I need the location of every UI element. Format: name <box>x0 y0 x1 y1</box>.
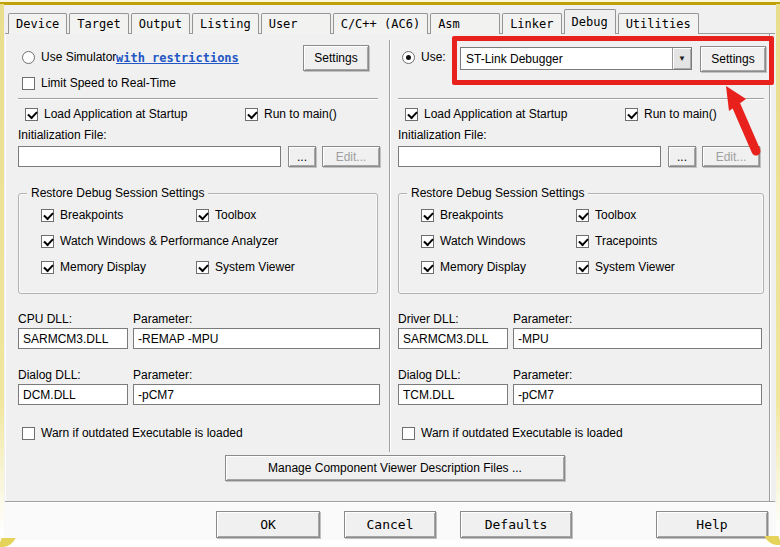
right-memory-display-checkbox[interactable]: Memory Display <box>421 260 526 274</box>
checkbox-box-icon <box>421 261 434 274</box>
left-browse-button[interactable]: ... <box>288 146 316 167</box>
debug-adapter-select[interactable]: ST-Link Debugger ▼ <box>460 47 692 70</box>
tab-ccpp-ac6[interactable]: C/C++ (AC6) <box>333 13 428 34</box>
right-toolbox-checkbox[interactable]: Toolbox <box>576 208 636 222</box>
dialog-footer-divider <box>5 501 775 503</box>
right-run-to-main-label: Run to main() <box>644 107 717 121</box>
left-dialog-dll-label: Dialog DLL: <box>18 368 81 382</box>
checkbox-box-icon <box>22 77 35 90</box>
left-edit-button[interactable]: Edit... <box>322 146 380 167</box>
right-session-group-title: Restore Debug Session Settings <box>407 186 588 200</box>
tab-page-right-border <box>769 33 771 501</box>
debug-adapter-selected-value: ST-Link Debugger <box>461 52 672 66</box>
left-memory-display-checkbox[interactable]: Memory Display <box>41 260 146 274</box>
defaults-button[interactable]: Defaults <box>460 511 572 538</box>
left-init-file-input[interactable] <box>18 146 281 167</box>
tab-target[interactable]: Target <box>69 13 128 34</box>
right-dialog-param-label: Parameter: <box>513 368 572 382</box>
right-load-app-checkbox[interactable]: Load Application at Startup <box>405 107 567 121</box>
ok-button[interactable]: OK <box>216 511 320 538</box>
right-watch-windows-label: Watch Windows <box>440 234 526 248</box>
left-watch-windows-label: Watch Windows & Performance Analyzer <box>60 234 278 248</box>
checkbox-box-icon <box>421 235 434 248</box>
right-breakpoints-checkbox[interactable]: Breakpoints <box>421 208 503 222</box>
right-system-viewer-label: System Viewer <box>595 260 675 274</box>
right-dialog-param-input[interactable] <box>513 384 762 405</box>
tab-device[interactable]: Device <box>8 13 67 34</box>
manage-component-viewer-button[interactable]: Manage Component Viewer Description File… <box>225 455 565 481</box>
checkbox-box-icon <box>576 235 589 248</box>
cpu-dll-label: CPU DLL: <box>18 312 72 326</box>
right-system-viewer-checkbox[interactable]: System Viewer <box>576 260 675 274</box>
left-init-file-label: Initialization File: <box>18 128 107 142</box>
left-system-viewer-checkbox[interactable]: System Viewer <box>196 260 295 274</box>
driver-dll-input[interactable] <box>398 328 508 349</box>
options-for-target-debug-dialog: Device Target Output Listing User C/C++ … <box>0 0 780 547</box>
simulator-settings-button[interactable]: Settings <box>303 45 369 71</box>
checkbox-box-icon <box>245 108 258 121</box>
right-session-groupbox: Restore Debug Session Settings Breakpoin… <box>398 193 764 294</box>
right-toolbox-label: Toolbox <box>595 208 636 222</box>
panel-divider <box>389 40 391 452</box>
right-init-file-input[interactable] <box>398 146 661 167</box>
left-dialog-param-input[interactable] <box>133 384 380 405</box>
checkbox-box-icon <box>576 261 589 274</box>
checkbox-box-icon <box>405 108 418 121</box>
radio-circle-icon <box>22 51 35 64</box>
left-toolbox-checkbox[interactable]: Toolbox <box>196 208 256 222</box>
tab-utilities[interactable]: Utilities <box>618 13 699 34</box>
left-dialog-dll-input[interactable] <box>18 384 128 405</box>
help-button[interactable]: Help <box>656 511 768 538</box>
tab-page-left-border <box>5 33 6 501</box>
cancel-button[interactable]: Cancel <box>344 511 436 538</box>
right-breakpoints-label: Breakpoints <box>440 208 503 222</box>
right-init-file-label: Initialization File: <box>398 128 487 142</box>
left-warn-outdated-checkbox[interactable]: Warn if outdated Executable is loaded <box>22 426 243 440</box>
tab-debug[interactable]: Debug <box>564 9 616 34</box>
tab-listing[interactable]: Listing <box>192 13 259 34</box>
tab-user[interactable]: User <box>261 13 331 34</box>
left-toolbox-label: Toolbox <box>215 208 256 222</box>
right-warn-outdated-label: Warn if outdated Executable is loaded <box>421 426 623 440</box>
right-memory-display-label: Memory Display <box>440 260 526 274</box>
checkbox-box-icon <box>22 427 35 440</box>
checkbox-box-icon <box>196 209 209 222</box>
use-simulator-radio[interactable]: Use Simulator <box>22 50 116 64</box>
left-load-app-checkbox[interactable]: Load Application at Startup <box>25 107 187 121</box>
limit-speed-label: Limit Speed to Real-Time <box>41 76 176 90</box>
checkbox-box-icon <box>625 108 638 121</box>
left-session-group-title: Restore Debug Session Settings <box>27 186 208 200</box>
left-system-viewer-label: System Viewer <box>215 260 295 274</box>
right-edit-button[interactable]: Edit... <box>702 146 760 167</box>
right-tracepoints-label: Tracepoints <box>595 234 657 248</box>
driver-param-input[interactable] <box>513 328 762 349</box>
right-tracepoints-checkbox[interactable]: Tracepoints <box>576 234 657 248</box>
left-watch-windows-checkbox[interactable]: Watch Windows & Performance Analyzer <box>41 234 278 248</box>
left-run-to-main-checkbox[interactable]: Run to main() <box>245 107 337 121</box>
checkbox-box-icon <box>41 209 54 222</box>
left-breakpoints-checkbox[interactable]: Breakpoints <box>41 208 123 222</box>
frame-corner-curl-right <box>764 536 780 545</box>
left-warn-outdated-label: Warn if outdated Executable is loaded <box>41 426 243 440</box>
with-restrictions-link[interactable]: with restrictions <box>116 51 239 65</box>
dropdown-arrow-icon[interactable]: ▼ <box>672 48 691 69</box>
driver-param-label: Parameter: <box>513 312 572 326</box>
driver-dll-label: Driver DLL: <box>398 312 459 326</box>
cpu-dll-input[interactable] <box>18 328 128 349</box>
right-watch-windows-checkbox[interactable]: Watch Windows <box>421 234 526 248</box>
frame-top-border <box>0 2 780 5</box>
right-browse-button[interactable]: ... <box>668 146 696 167</box>
right-run-to-main-checkbox[interactable]: Run to main() <box>625 107 717 121</box>
right-warn-outdated-checkbox[interactable]: Warn if outdated Executable is loaded <box>402 426 623 440</box>
right-dialog-dll-input[interactable] <box>398 384 508 405</box>
debugger-settings-button[interactable]: Settings <box>700 46 766 72</box>
cpu-param-input[interactable] <box>133 328 380 349</box>
right-load-app-label: Load Application at Startup <box>424 107 567 121</box>
limit-speed-checkbox[interactable]: Limit Speed to Real-Time <box>22 76 176 90</box>
tab-bar: Device Target Output Listing User C/C++ … <box>8 9 701 34</box>
use-debugger-radio[interactable]: Use: <box>402 50 446 64</box>
tab-output[interactable]: Output <box>131 13 190 34</box>
left-run-to-main-label: Run to main() <box>264 107 337 121</box>
tab-asm[interactable]: Asm <box>430 13 500 34</box>
tab-linker[interactable]: Linker <box>502 13 561 34</box>
